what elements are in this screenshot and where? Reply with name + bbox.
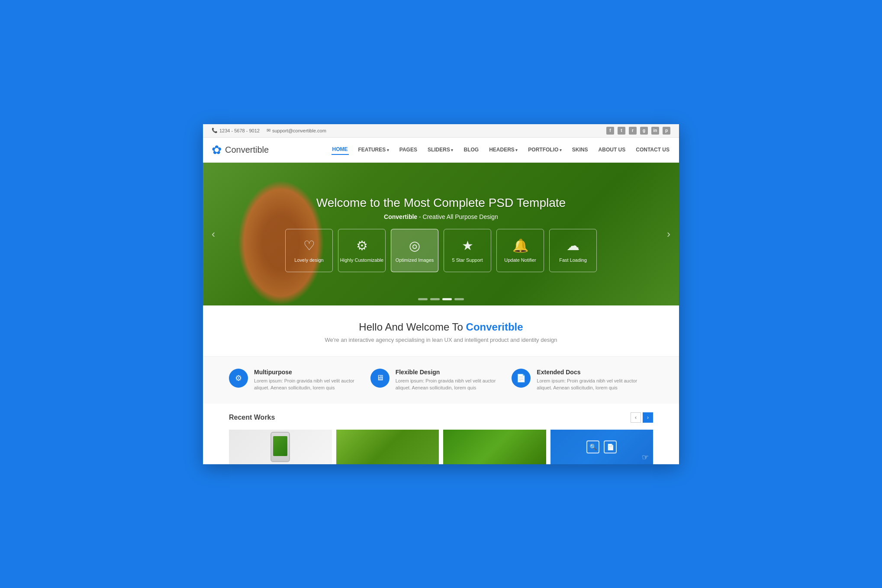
hero-section: ‹ Welcome to the Most Complete PSD Templ… bbox=[203, 163, 679, 305]
nav-portfolio[interactable]: PORTFOLIO bbox=[527, 145, 563, 154]
bell-icon: 🔔 bbox=[512, 238, 528, 253]
email-icon: ✉ bbox=[267, 128, 270, 133]
hero-icon-loading[interactable]: ☁ Fast Loading bbox=[549, 229, 597, 272]
feature-text-multipurpose: Multipurpose Lorem ipsum: Proin gravida … bbox=[254, 369, 370, 392]
feature-icon-multipurpose: ⚙ bbox=[229, 369, 248, 388]
recent-works-title: Recent Works bbox=[229, 414, 275, 421]
feature-title-flexible: Flexible Design bbox=[396, 369, 512, 376]
feature-docs: 📄 Extended Docs Lorem ipsum: Proin gravi… bbox=[512, 369, 653, 392]
feature-icon-flexible: 🖥 bbox=[370, 369, 389, 388]
work-item-blue[interactable]: 🔍 📄 ☞ bbox=[550, 430, 653, 464]
hero-icon-label-3: Optimized Images bbox=[396, 257, 434, 263]
nav-links: HOME FEATURES PAGES SLIDERS BLOG HEADERS… bbox=[332, 145, 670, 155]
phone-screen bbox=[273, 436, 287, 456]
nav-blog[interactable]: BLOG bbox=[463, 145, 480, 154]
feature-text-flexible: Flexible Design Lorem ipsum: Proin gravi… bbox=[396, 369, 512, 392]
cloud-icon: ☁ bbox=[567, 238, 579, 253]
feature-title-docs: Extended Docs bbox=[537, 369, 653, 376]
logo-text: Convertible bbox=[225, 145, 269, 155]
hero-icon-label-5: Update Notifier bbox=[504, 257, 536, 263]
works-navigation: ‹ › bbox=[631, 412, 653, 423]
zoom-icon[interactable]: 🔍 bbox=[586, 440, 599, 453]
linkedin-icon[interactable]: in bbox=[651, 127, 659, 135]
pinterest-icon[interactable]: p bbox=[663, 127, 670, 135]
top-bar-left: 📞 1234 - 5678 - 9012 ✉ support@convertib… bbox=[212, 128, 326, 133]
recent-works-section: Recent Works ‹ › 🔍 📄 ☞ bbox=[203, 404, 679, 464]
heart-icon: ♡ bbox=[303, 238, 315, 253]
cursor-icon: ☞ bbox=[642, 453, 649, 462]
nav-contact[interactable]: CONTACT US bbox=[635, 145, 670, 154]
hero-subtitle-rest: - Creative All Purpose Design bbox=[419, 213, 498, 220]
work-item-leaf[interactable] bbox=[336, 430, 439, 464]
feature-flexible: 🖥 Flexible Design Lorem ipsum: Proin gra… bbox=[370, 369, 512, 392]
hero-subtitle: Convertible - Creative All Purpose Desig… bbox=[316, 213, 566, 220]
hero-icon-notifier[interactable]: 🔔 Update Notifier bbox=[496, 229, 544, 272]
works-grid: 🔍 📄 ☞ bbox=[229, 430, 653, 464]
hero-icon-customizable[interactable]: ⚙ Highly Customizable bbox=[338, 229, 386, 272]
nav-home[interactable]: HOME bbox=[332, 145, 349, 155]
feature-text-docs: Extended Docs Lorem ipsum: Proin gravida… bbox=[537, 369, 653, 392]
email-info: ✉ support@convertible.com bbox=[267, 128, 326, 133]
nav-pages[interactable]: PAGES bbox=[399, 145, 418, 154]
hero-content: Welcome to the Most Complete PSD Templat… bbox=[316, 196, 566, 220]
hero-icon-lovely-design[interactable]: ♡ Lovely design bbox=[285, 229, 333, 272]
work-overlay: 🔍 📄 ☞ bbox=[550, 430, 653, 464]
nav-skins[interactable]: SKINS bbox=[571, 145, 589, 154]
slider-dot-4[interactable] bbox=[454, 298, 464, 300]
feature-title-multipurpose: Multipurpose bbox=[254, 369, 370, 376]
feature-desc-docs: Lorem ipsum: Proin gravida nibh vel veli… bbox=[537, 377, 653, 392]
feature-desc-flexible: Lorem ipsum: Proin gravida nibh vel veli… bbox=[396, 377, 512, 392]
features-section: ⚙ Multipurpose Lorem ipsum: Proin gravid… bbox=[203, 356, 679, 404]
star-icon: ★ bbox=[462, 238, 473, 253]
welcome-section: Hello And Welcome To Converitble We're a… bbox=[203, 305, 679, 356]
slider-next-button[interactable]: › bbox=[663, 224, 675, 244]
nav-about[interactable]: ABOUT US bbox=[598, 145, 627, 154]
googleplus-icon[interactable]: g bbox=[640, 127, 648, 135]
phone-shape bbox=[270, 432, 290, 462]
slider-dot-3[interactable] bbox=[442, 298, 452, 300]
phone-info: 📞 1234 - 5678 - 9012 bbox=[212, 128, 260, 133]
hero-icon-label-6: Fast Loading bbox=[559, 257, 587, 263]
top-bar: 📞 1234 - 5678 - 9012 ✉ support@convertib… bbox=[203, 124, 679, 138]
facebook-icon[interactable]: f bbox=[606, 127, 614, 135]
slider-dot-2[interactable] bbox=[430, 298, 440, 300]
hero-icon-images[interactable]: ◎ Optimized Images bbox=[391, 229, 438, 272]
email-address: support@convertible.com bbox=[272, 128, 326, 133]
work-item-phone[interactable] bbox=[229, 430, 332, 464]
recent-works-header: Recent Works ‹ › bbox=[229, 412, 653, 423]
phone-icon: 📞 bbox=[212, 128, 218, 133]
logo-icon: ✿ bbox=[212, 143, 222, 157]
hero-icon-label-4: 5 Star Support bbox=[452, 257, 483, 263]
welcome-subtitle: We're an interactive agency specialising… bbox=[212, 337, 670, 343]
slider-dots bbox=[418, 298, 464, 300]
works-next-button[interactable]: › bbox=[643, 412, 653, 423]
hero-icons-row: ♡ Lovely design ⚙ Highly Customizable ◎ … bbox=[285, 229, 597, 272]
work-item-leaves[interactable] bbox=[443, 430, 546, 464]
nav-bar: ✿ Convertible HOME FEATURES PAGES SLIDER… bbox=[203, 138, 679, 163]
works-prev-button[interactable]: ‹ bbox=[631, 412, 641, 423]
social-icons: f t r g in p bbox=[606, 127, 670, 135]
welcome-brand: Converitble bbox=[466, 321, 523, 333]
gear-icon: ⚙ bbox=[356, 238, 368, 253]
rss-icon[interactable]: r bbox=[629, 127, 637, 135]
hero-title: Welcome to the Most Complete PSD Templat… bbox=[316, 196, 566, 210]
feature-desc-multipurpose: Lorem ipsum: Proin gravida nibh vel veli… bbox=[254, 377, 370, 392]
slider-dot-1[interactable] bbox=[418, 298, 428, 300]
hero-brand: Convertible bbox=[384, 213, 417, 220]
hero-icon-label-2: Highly Customizable bbox=[340, 257, 383, 263]
welcome-title-plain: Hello And Welcome To bbox=[359, 321, 466, 333]
phone-number: 1234 - 5678 - 9012 bbox=[219, 128, 260, 133]
nav-features[interactable]: FEATURES bbox=[357, 145, 390, 154]
nav-headers[interactable]: HEADERS bbox=[488, 145, 518, 154]
slider-prev-button[interactable]: ‹ bbox=[207, 224, 219, 244]
hero-icon-support[interactable]: ★ 5 Star Support bbox=[444, 229, 491, 272]
browser-window: 📞 1234 - 5678 - 9012 ✉ support@convertib… bbox=[203, 124, 679, 464]
welcome-title: Hello And Welcome To Converitble bbox=[212, 321, 670, 333]
feature-icon-docs: 📄 bbox=[512, 369, 531, 388]
camera-icon: ◎ bbox=[409, 238, 420, 253]
twitter-icon[interactable]: t bbox=[618, 127, 625, 135]
logo[interactable]: ✿ Convertible bbox=[212, 143, 269, 157]
nav-sliders[interactable]: SLIDERS bbox=[427, 145, 454, 154]
feature-multipurpose: ⚙ Multipurpose Lorem ipsum: Proin gravid… bbox=[229, 369, 370, 392]
document-icon[interactable]: 📄 bbox=[604, 440, 617, 453]
